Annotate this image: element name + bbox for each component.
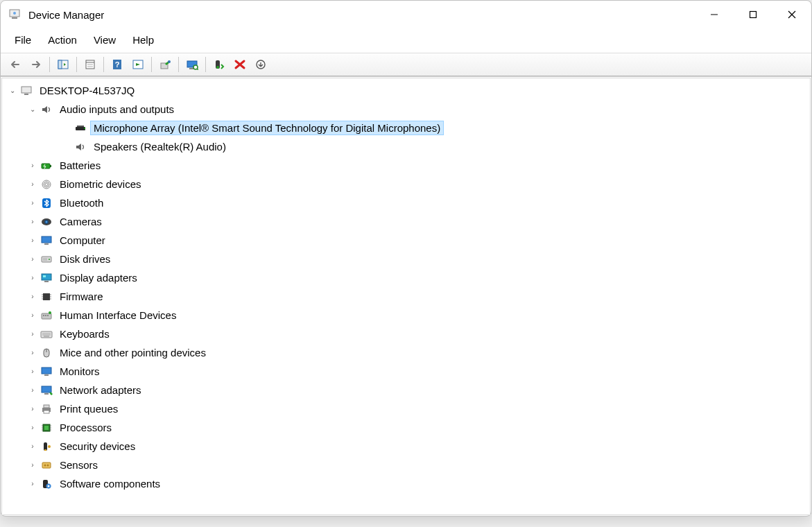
back-button[interactable]: [6, 55, 25, 74]
svg-rect-8: [58, 60, 62, 69]
svg-point-34: [45, 183, 48, 186]
close-button[interactable]: [772, 1, 811, 28]
svg-rect-68: [42, 386, 51, 392]
tree-node-label: DESKTOP-4L537JQ: [37, 84, 137, 97]
menu-view[interactable]: View: [85, 31, 124, 49]
svg-point-2: [13, 12, 16, 15]
chevron-down-icon[interactable]: ⌄: [26, 103, 39, 116]
network-icon: [39, 383, 54, 397]
chevron-right-icon[interactable]: ›: [26, 422, 39, 434]
tree-node-label: Monitors: [57, 365, 103, 378]
software-icon: [39, 477, 54, 491]
tree-node[interactable]: ›Bluetooth: [2, 193, 810, 212]
svg-rect-39: [42, 236, 51, 243]
uninstall-device-button[interactable]: [230, 55, 250, 74]
maximize-button[interactable]: [734, 1, 772, 28]
chevron-right-icon[interactable]: ›: [26, 365, 39, 378]
titlebar[interactable]: Device Manager: [1, 1, 811, 28]
tree-node[interactable]: ›Sensors: [2, 456, 810, 474]
svg-rect-73: [44, 411, 49, 413]
tree-node-label: Print queues: [57, 402, 121, 415]
tree-node[interactable]: ›Processors: [2, 418, 810, 437]
tree-node-label: Bluetooth: [57, 196, 106, 209]
chevron-right-icon[interactable]: ›: [26, 478, 39, 490]
tree-node[interactable]: ›Software components: [2, 474, 810, 493]
svg-point-87: [47, 464, 49, 466]
chevron-right-icon[interactable]: ›: [26, 384, 39, 397]
svg-point-70: [51, 392, 53, 395]
toolbar-separator: [178, 57, 179, 72]
monitor-icon: [39, 234, 54, 248]
menu-file[interactable]: File: [6, 31, 40, 49]
tree-node[interactable]: ›Network adapters: [2, 381, 810, 399]
window-controls: [695, 1, 811, 28]
chevron-right-icon[interactable]: ›: [26, 291, 39, 303]
tree-node[interactable]: ›Mice and other pointing devices: [2, 343, 810, 362]
tree-node[interactable]: ›Biometric devices: [2, 175, 810, 193]
show-hide-console-tree-button[interactable]: [53, 55, 73, 74]
chevron-right-icon[interactable]: ›: [26, 216, 39, 228]
speaker-icon: [73, 140, 88, 154]
battery-icon: [39, 159, 54, 173]
update-driver-button[interactable]: [155, 55, 175, 74]
tree-node[interactable]: ›Human Interface Devices: [2, 306, 810, 325]
tree-node[interactable]: ⌄DESKTOP-4L537JQ: [2, 81, 810, 100]
svg-rect-1: [12, 17, 17, 19]
tree-node[interactable]: ›Print queues: [2, 399, 810, 418]
chevron-right-icon[interactable]: ›: [26, 347, 39, 359]
svg-rect-47: [43, 275, 46, 277]
tree-node-label: Batteries: [57, 159, 103, 172]
tree-node[interactable]: ›Firmware: [2, 287, 810, 306]
svg-rect-85: [42, 463, 51, 468]
tree-node[interactable]: ›Keyboards: [2, 325, 810, 343]
tree-node[interactable]: ›Batteries: [2, 156, 810, 175]
add-legacy-hardware-button[interactable]: [251, 55, 270, 74]
svg-rect-31: [50, 165, 51, 167]
chevron-right-icon[interactable]: ›: [26, 403, 39, 415]
device-tree[interactable]: ⌄DESKTOP-4L537JQ⌄Audio inputs and output…: [1, 78, 811, 515]
tree-node-label: Audio inputs and outputs: [57, 103, 177, 116]
enable-device-button[interactable]: [209, 55, 229, 74]
chevron-right-icon[interactable]: ›: [26, 440, 39, 453]
tree-node[interactable]: ›Cameras: [2, 212, 810, 231]
properties-button[interactable]: [80, 55, 100, 74]
chevron-right-icon[interactable]: ›: [26, 253, 39, 266]
tree-node[interactable]: ›Monitors: [2, 362, 810, 381]
menu-action[interactable]: Action: [40, 31, 85, 49]
chevron-right-icon[interactable]: ›: [26, 234, 39, 247]
svg-point-33: [44, 182, 49, 187]
tree-node-label: Computer: [57, 234, 108, 247]
svg-rect-28: [77, 126, 84, 127]
refresh-button[interactable]: [128, 55, 148, 74]
app-icon: [8, 8, 21, 21]
svg-rect-72: [44, 405, 49, 408]
chip-icon: [39, 290, 54, 304]
content-area: ⌄DESKTOP-4L537JQ⌄Audio inputs and output…: [1, 76, 811, 516]
monitor-icon: [39, 365, 54, 379]
tree-node[interactable]: ›Computer: [2, 231, 810, 250]
svg-point-84: [48, 445, 51, 448]
menu-help[interactable]: Help: [124, 31, 162, 49]
help-button[interactable]: ?: [107, 55, 127, 74]
svg-rect-69: [44, 393, 49, 395]
forward-button[interactable]: [26, 55, 46, 74]
tree-node[interactable]: ⌄Audio inputs and outputs: [2, 100, 810, 119]
chevron-right-icon[interactable]: ›: [26, 197, 39, 209]
scan-hardware-button[interactable]: [182, 55, 202, 74]
chevron-right-icon[interactable]: ›: [26, 459, 39, 472]
chevron-right-icon[interactable]: ›: [26, 272, 39, 284]
chevron-right-icon[interactable]: ›: [26, 178, 39, 191]
chevron-right-icon[interactable]: ›: [26, 309, 39, 322]
chevron-down-icon[interactable]: ⌄: [6, 85, 19, 97]
tree-node[interactable]: Microphone Array (Intel® Smart Sound Tec…: [2, 119, 810, 137]
chevron-right-icon[interactable]: ›: [26, 159, 39, 172]
bluetooth-icon: [39, 196, 54, 210]
tree-node[interactable]: ›Display adapters: [2, 268, 810, 287]
tree-node[interactable]: Speakers (Realtek(R) Audio): [2, 137, 810, 156]
minimize-button[interactable]: [695, 1, 734, 28]
chevron-right-icon[interactable]: ›: [26, 328, 39, 340]
tree-node[interactable]: ›Security devices: [2, 437, 810, 456]
device-manager-window: Device Manager File Action View Help: [0, 0, 812, 517]
printer-icon: [39, 402, 54, 416]
tree-node[interactable]: ›Disk drives: [2, 250, 810, 268]
